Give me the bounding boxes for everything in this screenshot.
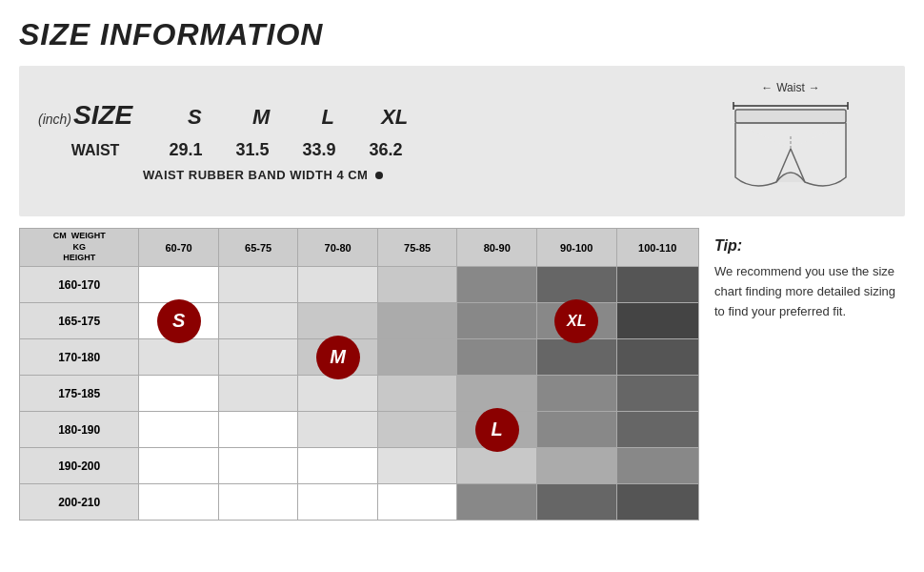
cell-r0c6 (616, 267, 699, 303)
size-grid-table: CM WEIGHTKGHEIGHT 60-70 65-75 70-80 75-8… (19, 228, 699, 521)
cell-r0c1 (218, 267, 298, 303)
cell-r5c6 (616, 448, 699, 484)
tip-title: Tip: (714, 237, 905, 255)
page-title: SIZE INFORMATION (19, 17, 905, 52)
waist-s: 29.1 (152, 140, 219, 160)
cell-r1c6 (616, 303, 699, 339)
cell-r6c4 (457, 484, 537, 521)
cell-r5c4 (457, 448, 537, 484)
cell-r3c3 (377, 376, 457, 412)
waist-diagram-label: Waist (776, 81, 805, 94)
cell-r4c1 (218, 412, 298, 448)
col-header-90-100: 90-100 (536, 229, 616, 267)
col-header-60-70: 60-70 (139, 229, 219, 267)
size-l-header: L (294, 105, 361, 130)
cell-r4c4-l: L (457, 412, 537, 448)
size-column-header: SIZE (73, 100, 132, 131)
waist-m: 31.5 (219, 140, 286, 160)
cell-r6c3 (377, 484, 457, 521)
cell-r6c6 (616, 484, 699, 521)
waist-label: WAIST (38, 142, 152, 159)
table-row: 190-200 (20, 448, 699, 484)
col-header-75-85: 75-85 (377, 229, 457, 267)
cell-r5c1 (218, 448, 298, 484)
cell-r0c2 (298, 267, 378, 303)
shorts-illustration (724, 96, 857, 201)
size-m-header: M (228, 105, 294, 130)
cell-r2c0 (139, 339, 219, 376)
svg-rect-3 (735, 110, 846, 123)
rubber-band-row: WAIST RUBBER BAND WIDTH 4 CM (38, 168, 695, 182)
col-header-70-80: 70-80 (298, 229, 378, 267)
tip-text: We recommend you use the size chart find… (714, 262, 905, 321)
col-header-80-90: 80-90 (457, 229, 537, 267)
cell-r3c4 (457, 376, 537, 412)
cell-r4c5 (536, 412, 616, 448)
cell-r2c4 (457, 339, 537, 376)
size-xl-header: XL (361, 105, 428, 130)
badge-l: L (475, 408, 519, 452)
rubber-band-dot (375, 172, 383, 179)
row-label-180-190: 180-190 (20, 412, 139, 448)
tip-section: Tip: We recommend you use the size chart… (714, 228, 905, 521)
cell-r6c1 (218, 484, 298, 521)
cell-r3c2 (298, 376, 378, 412)
row-label-200-210: 200-210 (20, 484, 139, 521)
cell-r4c3 (377, 412, 457, 448)
grid-header-row: CM WEIGHTKGHEIGHT 60-70 65-75 70-80 75-8… (20, 229, 699, 267)
waist-arrow-right: → (809, 81, 820, 94)
cell-r6c2 (298, 484, 378, 521)
badge-s: S (157, 299, 201, 343)
cell-r0c0 (139, 267, 219, 303)
top-section: (inch) SIZE S M L XL WAIST 29.1 31.5 33.… (19, 66, 905, 216)
cell-r0c4 (457, 267, 537, 303)
cell-r4c2 (298, 412, 378, 448)
cell-r5c0 (139, 448, 219, 484)
row-label-190-200: 190-200 (20, 448, 139, 484)
table-row: 170-180 M (20, 339, 699, 376)
cell-r2c5 (536, 339, 616, 376)
size-table-top: (inch) SIZE S M L XL WAIST 29.1 31.5 33.… (38, 100, 695, 182)
badge-xl: XL (554, 299, 598, 343)
shorts-diagram: ← Waist → (695, 81, 886, 201)
cell-r5c5 (536, 448, 616, 484)
cell-r4c6 (616, 412, 699, 448)
col-header-100-110: 100-110 (616, 229, 699, 267)
table-row: 160-170 (20, 267, 699, 303)
cell-r3c0 (139, 376, 219, 412)
table-row: 180-190 L (20, 412, 699, 448)
bottom-section: CM WEIGHTKGHEIGHT 60-70 65-75 70-80 75-8… (19, 228, 905, 521)
cell-r0c5 (536, 267, 616, 303)
table-row: 175-185 (20, 376, 699, 412)
size-s-header: S (161, 105, 228, 130)
row-label-160-170: 160-170 (20, 267, 139, 303)
cell-r2c2-m: M (298, 339, 378, 376)
row-label-170-180: 170-180 (20, 339, 139, 376)
cell-r1c5-xl: XL (536, 303, 616, 339)
badge-m: M (316, 336, 360, 379)
cell-r3c6 (616, 376, 699, 412)
size-grid: CM WEIGHTKGHEIGHT 60-70 65-75 70-80 75-8… (19, 228, 699, 521)
rubber-band-text: WAIST RUBBER BAND WIDTH 4 CM (143, 168, 368, 182)
table-row: 165-175 S XL (20, 303, 699, 339)
waist-l: 33.9 (286, 140, 352, 160)
cell-r1c0-s: S (139, 303, 219, 339)
cell-r2c3 (377, 339, 457, 376)
cell-r1c3 (377, 303, 457, 339)
size-header-row: (inch) SIZE S M L XL (38, 100, 695, 131)
cell-r3c5 (536, 376, 616, 412)
row-label-165-175: 165-175 (20, 303, 139, 339)
table-row: 200-210 (20, 484, 699, 521)
cell-r4c0 (139, 412, 219, 448)
cell-r2c6 (616, 339, 699, 376)
cell-r2c1 (218, 339, 298, 376)
corner-cell: CM WEIGHTKGHEIGHT (20, 229, 139, 267)
row-label-175-185: 175-185 (20, 376, 139, 412)
waist-arrow-left: ← (761, 81, 773, 94)
cell-r0c3 (377, 267, 457, 303)
waist-row: WAIST 29.1 31.5 33.9 36.2 (38, 140, 695, 160)
col-header-65-75: 65-75 (218, 229, 298, 267)
cell-r3c1 (218, 376, 298, 412)
cell-r1c4 (457, 303, 537, 339)
cell-r5c2 (298, 448, 378, 484)
